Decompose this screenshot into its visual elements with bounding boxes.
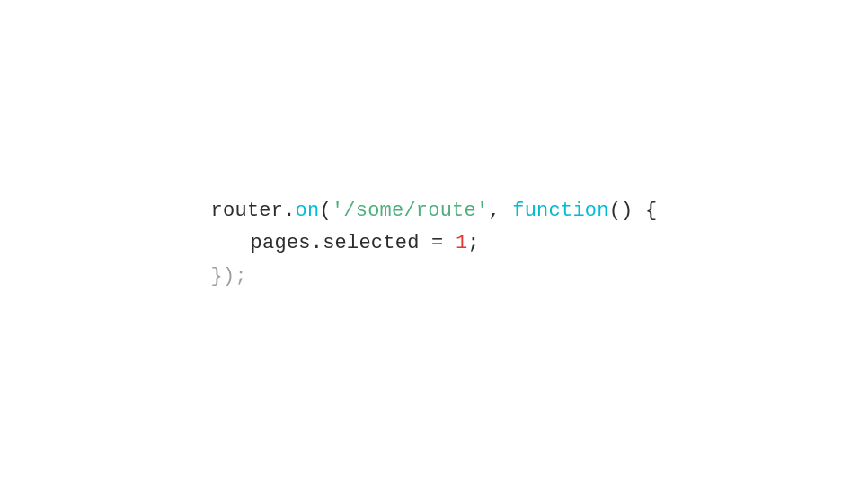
token-selected: selected [323, 227, 419, 260]
token-number: 1 [456, 227, 467, 260]
token-space4 [443, 227, 455, 260]
token-on: on [296, 195, 320, 227]
token-route-string: '/some/route' [332, 195, 489, 227]
token-equals: = [431, 227, 443, 260]
code-line-1: router . on ( '/some/route' , function (… [211, 195, 658, 227]
code-block: router . on ( '/some/route' , function (… [211, 195, 658, 293]
token-dot2: . [311, 227, 323, 260]
token-brace-open: { [645, 195, 657, 227]
code-line-3: }); [211, 261, 658, 293]
token-closing: }); [211, 261, 247, 293]
token-space1 [500, 195, 512, 227]
token-comma: , [488, 195, 500, 227]
token-pages: pages [251, 227, 311, 260]
token-paren-open: ( [319, 195, 331, 227]
token-router: router [211, 195, 284, 227]
token-space2 [633, 195, 645, 227]
token-space3 [420, 227, 431, 260]
token-paren-args: () [609, 195, 633, 227]
token-dot1: . [283, 195, 295, 227]
token-semicolon: ; [467, 227, 479, 260]
token-function: function [512, 195, 608, 227]
code-line-2: pages . selected = 1 ; [211, 227, 658, 260]
